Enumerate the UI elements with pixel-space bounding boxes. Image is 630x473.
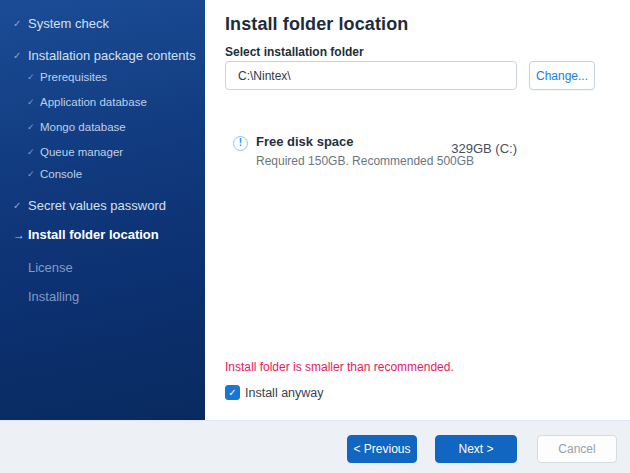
install-anyway-label[interactable]: Install anyway <box>245 386 324 400</box>
check-icon: ✓ <box>13 17 28 31</box>
sidebar-item-prerequisites: ✓ Prerequisites <box>0 71 205 84</box>
installation-folder-input[interactable] <box>225 61 517 90</box>
sidebar-item-queue-manager: ✓ Queue manager <box>0 146 205 159</box>
folder-field-label: Select installation folder <box>225 45 364 59</box>
installer-window: ✓ System check ✓ Installation package co… <box>0 0 630 473</box>
check-icon: ✓ <box>13 199 28 213</box>
arrow-right-icon: → <box>13 228 28 242</box>
sidebar-item-label: Queue manager <box>40 146 205 159</box>
sidebar-item-installation-package-contents: ✓ Installation package contents <box>0 49 205 63</box>
sidebar-item-console: ✓ Console <box>0 168 205 181</box>
sidebar-item-label: Installing <box>28 290 205 304</box>
free-disk-space-title: Free disk space <box>256 134 354 149</box>
next-button[interactable]: Next > <box>435 435 517 463</box>
sidebar-item-installing: Installing <box>0 290 205 304</box>
sidebar-item-label: Secret values password <box>28 199 205 213</box>
sidebar-item-application-database: ✓ Application database <box>0 96 205 109</box>
check-icon: ✓ <box>27 121 40 134</box>
check-icon: ✓ <box>13 49 28 63</box>
page-title: Install folder location <box>225 14 408 35</box>
sidebar-item-install-folder-location: → Install folder location <box>0 228 205 242</box>
available-disk-space-value: 329GB (C:) <box>451 141 517 156</box>
sidebar-item-label: Install folder location <box>28 228 205 242</box>
sidebar-item-mongo-database: ✓ Mongo database <box>0 121 205 134</box>
sidebar-item-label: Mongo database <box>40 121 205 134</box>
sidebar-item-label: Prerequisites <box>40 71 205 84</box>
check-icon: ✓ <box>27 96 40 109</box>
wizard-steps-sidebar: ✓ System check ✓ Installation package co… <box>0 0 205 420</box>
wizard-footer: < Previous Next > Cancel <box>0 420 630 473</box>
check-icon: ✓ <box>27 71 40 84</box>
sidebar-item-system-check: ✓ System check <box>0 17 205 31</box>
disk-space-requirements: Required 150GB. Recommended 500GB <box>256 154 474 168</box>
sidebar-item-label: Installation package contents <box>28 49 205 63</box>
install-anyway-checkbox[interactable]: ✓ <box>225 385 240 400</box>
sidebar-item-secret-values-password: ✓ Secret values password <box>0 199 205 213</box>
change-folder-button[interactable]: Change... <box>529 61 595 90</box>
sidebar-item-license: License <box>0 261 205 275</box>
info-warning-icon: ! <box>233 136 248 151</box>
sidebar-item-label: System check <box>28 17 205 31</box>
sidebar-item-label: Console <box>40 168 205 181</box>
previous-button[interactable]: < Previous <box>347 435 417 463</box>
sidebar-item-label: License <box>28 261 205 275</box>
cancel-button[interactable]: Cancel <box>537 435 617 463</box>
check-icon: ✓ <box>27 168 40 181</box>
check-icon: ✓ <box>27 146 40 159</box>
sidebar-item-label: Application database <box>40 96 205 109</box>
main-content: Install folder location Select installat… <box>205 0 630 420</box>
folder-size-warning: Install folder is smaller than recommend… <box>225 360 454 374</box>
